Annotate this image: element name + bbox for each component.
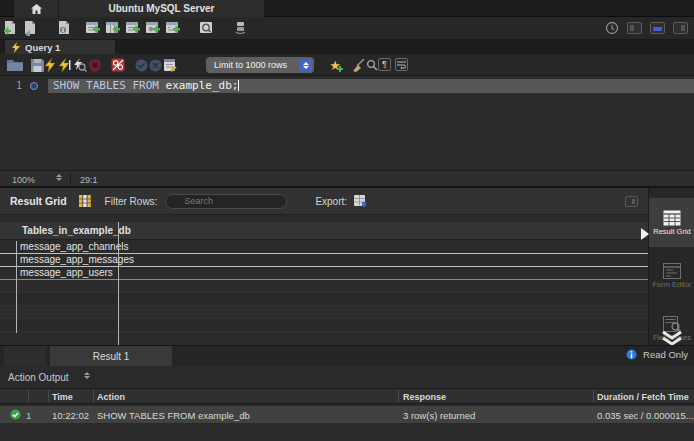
info-icon: [626, 349, 637, 360]
result-view-sidebar: Result Grid Form Editor: [648, 188, 694, 345]
select-stepper-icon: [299, 59, 312, 71]
create-view-button[interactable]: [124, 20, 140, 36]
toggle-left-sidebar-button[interactable]: [627, 22, 642, 34]
sidebar-form-editor-button[interactable]: Form Editor: [649, 251, 694, 300]
search-table-data-button[interactable]: [198, 20, 214, 36]
limit-rows-value: Limit to 1000 rows: [214, 60, 287, 70]
cursor-position: 29:1: [80, 175, 98, 185]
action-output-row[interactable]: 1 10:22:02 SHOW TABLES FROM example_db 3…: [0, 406, 694, 423]
result-grid-table: Tables_in_example_db message_app_channel…: [0, 216, 648, 345]
pilcrow-icon: ¶: [382, 59, 387, 70]
mysql-workbench-window: Ubuntu MySQL Server: [0, 0, 694, 441]
inspector-button[interactable]: [56, 20, 72, 36]
result-grid-title: Result Grid: [10, 195, 67, 207]
empty-row: [0, 306, 648, 319]
rollback-button[interactable]: [147, 57, 163, 73]
new-query-tab-button[interactable]: [2, 20, 18, 36]
execute-button[interactable]: [42, 57, 58, 73]
server-icon: [233, 21, 248, 36]
sql-editor[interactable]: 1 SHOW TABLES FROM example_db;: [0, 76, 694, 170]
connection-tab[interactable]: Ubuntu MySQL Server: [59, 0, 264, 17]
sql-editor-toolbar: Limit to 1000 rows ★ ¶: [0, 54, 694, 76]
active-view-arrow-icon: [641, 228, 649, 240]
statement-marker-icon: [30, 82, 38, 90]
create-view-icon: [125, 21, 140, 35]
main-toolbar: [0, 17, 694, 40]
document-plus-icon: [3, 21, 17, 36]
open-script-button[interactable]: [7, 57, 23, 73]
empty-row: [0, 280, 648, 293]
chevron-down-icon[interactable]: [661, 331, 683, 345]
col-action[interactable]: Action: [97, 392, 125, 402]
tab-bar-corner: [4, 346, 46, 366]
empty-row: [0, 293, 648, 306]
tab-result-1[interactable]: Result 1: [50, 346, 172, 366]
stop-button[interactable]: [87, 57, 103, 73]
activity-clock-icon[interactable]: [605, 21, 619, 35]
reconnect-dbms-button[interactable]: [232, 20, 248, 36]
action-output-panel: Action Output Time Action Response Durat…: [0, 366, 694, 441]
execute-current-button[interactable]: [57, 57, 73, 73]
home-tab[interactable]: [14, 0, 58, 17]
sidebar-result-grid-button[interactable]: Result Grid: [649, 198, 694, 247]
execute-lightning-icon: [45, 58, 55, 72]
form-editor-icon: [663, 263, 681, 279]
success-check-icon: [10, 409, 21, 420]
stop-icon: [89, 59, 101, 72]
row-action: SHOW TABLES FROM example_db: [97, 410, 250, 421]
sql-identifier: example_db;: [166, 79, 239, 92]
tab-query-1[interactable]: Query 1: [5, 40, 115, 54]
sql-code-line[interactable]: SHOW TABLES FROM example_db;: [48, 79, 694, 93]
home-icon: [31, 4, 42, 14]
table-row[interactable]: message_app_channels: [0, 241, 648, 254]
toggle-word-wrap-button[interactable]: [395, 58, 408, 71]
rollback-cross-icon: [149, 59, 162, 72]
result-grid-section: Result Grid Filter Rows: Export:: [0, 188, 694, 345]
open-sql-script-button[interactable]: [22, 20, 38, 36]
lightning-icon: [12, 42, 20, 53]
save-snippet-button[interactable]: ★: [328, 57, 344, 73]
toggle-right-sidebar-button[interactable]: [673, 22, 688, 34]
row-index: 1: [26, 410, 31, 421]
export-label: Export:: [315, 196, 347, 207]
limit-rows-select[interactable]: Limit to 1000 rows: [206, 57, 314, 73]
query-tab-label: Query 1: [25, 42, 60, 53]
create-function-button[interactable]: [164, 20, 180, 36]
grid-column-line: [118, 222, 119, 346]
create-schema-icon: [85, 21, 100, 35]
toggle-invisible-chars-button[interactable]: ¶: [378, 58, 391, 71]
zoom-stepper[interactable]: [56, 174, 62, 181]
create-schema-button[interactable]: [84, 20, 100, 36]
status-divider: [70, 173, 71, 184]
create-procedure-button[interactable]: [144, 20, 160, 36]
title-bar: Ubuntu MySQL Server: [0, 0, 694, 17]
table-row[interactable]: message_app_messages: [0, 254, 648, 267]
col-time[interactable]: Time: [52, 392, 73, 402]
search-icon: [366, 59, 378, 71]
toggle-stop-on-error-button[interactable]: [110, 57, 126, 73]
explain-button[interactable]: [72, 57, 88, 73]
table-row[interactable]: message_app_users: [0, 267, 648, 280]
column-header-label: Tables_in_example_db: [22, 225, 131, 236]
col-duration[interactable]: Duration / Fetch Time: [597, 392, 689, 402]
line-number: 1: [6, 80, 22, 91]
document-open-icon: [23, 21, 37, 36]
action-output-title: Action Output: [8, 372, 69, 383]
toggle-autocommit-button[interactable]: [162, 57, 178, 73]
filter-rows-search-input[interactable]: [165, 194, 287, 209]
commit-check-icon: [135, 59, 148, 72]
create-table-button[interactable]: [104, 20, 120, 36]
collapse-panel-icon[interactable]: [625, 196, 638, 207]
output-selector-stepper[interactable]: [84, 372, 90, 379]
create-function-icon: [165, 21, 180, 35]
create-procedure-icon: [145, 21, 160, 35]
filter-rows-label: Filter Rows:: [105, 196, 158, 207]
col-response[interactable]: Response: [403, 392, 446, 402]
execute-current-lightning-icon: [59, 58, 71, 72]
export-icon[interactable]: [353, 194, 368, 208]
sql-keywords: SHOW TABLES FROM: [53, 79, 166, 92]
column-header[interactable]: Tables_in_example_db: [0, 222, 648, 240]
folder-icon: [7, 59, 23, 71]
row-duration: 0.035 sec / 0.000015...: [597, 410, 694, 421]
toggle-output-area-button[interactable]: [650, 22, 665, 34]
